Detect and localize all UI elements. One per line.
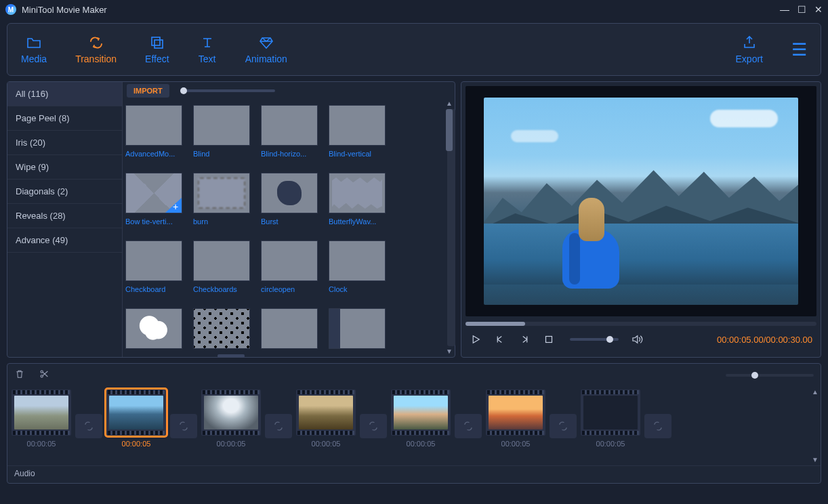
preview-viewer[interactable] xyxy=(465,86,816,316)
clip[interactable]: 00:00:05 xyxy=(106,390,166,448)
transition-item[interactable]: circleopen xyxy=(261,240,320,300)
transition-item[interactable] xyxy=(193,308,253,357)
minimize-button[interactable]: — xyxy=(780,4,789,15)
transition-label: circleopen xyxy=(261,285,318,293)
export-icon xyxy=(740,35,759,51)
close-button[interactable]: ✕ xyxy=(814,4,823,15)
timecode: 00:00:05.00/00:00:30.00 xyxy=(717,335,812,345)
clip-empty[interactable]: 00:00:05 xyxy=(581,390,640,448)
category-page-peel[interactable]: Page Peel (8) xyxy=(7,106,122,131)
clip[interactable]: 00:00:05 xyxy=(296,390,356,448)
transition-item[interactable]: AdvancedMo... xyxy=(125,105,185,165)
clip[interactable]: 00:00:05 xyxy=(201,390,261,448)
preview-image xyxy=(484,98,798,305)
transition-item[interactable] xyxy=(261,308,320,357)
import-button[interactable]: IMPORT xyxy=(127,84,169,98)
transition-label: ButterflyWav... xyxy=(329,217,386,226)
transition-item[interactable]: Blind-vertical xyxy=(329,105,388,165)
main-toolbar: Media Transition Effect Text Animation E… xyxy=(7,23,821,76)
delete-button[interactable] xyxy=(14,369,25,382)
transition-label: burn xyxy=(193,217,250,226)
transition-slot[interactable] xyxy=(644,414,671,438)
transition-item[interactable]: Checkboard xyxy=(125,240,185,300)
stop-button[interactable] xyxy=(543,333,555,345)
transition-label: Clock xyxy=(329,285,386,293)
timeline-zoom-slider[interactable] xyxy=(726,374,814,377)
svg-rect-0 xyxy=(152,37,160,45)
library-content: IMPORT AdvancedMo... Blind Blind-horizo.… xyxy=(123,82,455,357)
transition-label: Checkboard xyxy=(125,285,182,293)
play-button[interactable] xyxy=(470,333,482,345)
clip[interactable]: 00:00:05 xyxy=(391,390,451,448)
split-button[interactable] xyxy=(39,369,49,382)
timeline-scrollbar[interactable]: ▲ ▼ xyxy=(811,388,819,464)
svg-rect-2 xyxy=(546,337,552,343)
tab-transition-label: Transition xyxy=(75,54,117,64)
clip-time: 00:00:05 xyxy=(596,440,625,448)
prev-frame-button[interactable] xyxy=(494,333,506,345)
volume-button[interactable] xyxy=(631,333,643,345)
tab-effect[interactable]: Effect xyxy=(145,35,169,64)
tab-media[interactable]: Media xyxy=(21,35,47,64)
clip-time: 00:00:05 xyxy=(122,440,151,448)
transition-icon xyxy=(87,35,106,51)
transition-item[interactable]: burn xyxy=(193,173,253,232)
transition-item[interactable]: Clock xyxy=(329,240,388,300)
transition-slot[interactable] xyxy=(360,414,387,438)
preview-panel: 00:00:05.00/00:00:30.00 xyxy=(461,81,821,358)
transition-item[interactable] xyxy=(329,308,388,357)
clip-time: 00:00:05 xyxy=(27,440,56,448)
transition-slot[interactable] xyxy=(265,414,292,438)
transition-label: AdvancedMo... xyxy=(125,150,182,158)
panel-resize-handle[interactable] xyxy=(218,354,245,358)
category-list: All (116) Page Peel (8) Iris (20) Wipe (… xyxy=(7,82,123,357)
thumbnail-size-slider[interactable] xyxy=(180,89,275,92)
transition-item[interactable]: Blind xyxy=(193,105,253,165)
volume-slider[interactable] xyxy=(570,338,619,341)
tab-text[interactable]: Text xyxy=(198,35,217,64)
scroll-up-icon[interactable]: ▲ xyxy=(811,388,819,396)
transition-slot[interactable] xyxy=(455,414,482,438)
export-button[interactable]: Export xyxy=(736,35,763,64)
scroll-down-icon[interactable]: ▼ xyxy=(811,456,819,464)
tab-transition[interactable]: Transition xyxy=(75,35,117,64)
transition-label: Bow tie-verti... xyxy=(125,217,182,226)
app-logo-icon: M xyxy=(5,4,16,15)
transition-slot[interactable] xyxy=(170,414,197,438)
folder-icon xyxy=(24,35,43,51)
transition-item[interactable]: Blind-horizo... xyxy=(261,105,320,165)
menu-button[interactable]: ☰ xyxy=(791,39,807,60)
maximize-button[interactable]: ☐ xyxy=(798,4,806,15)
category-reveals[interactable]: Reveals (28) xyxy=(7,204,122,228)
transition-slot[interactable] xyxy=(550,414,577,438)
app-title: MiniTool Movie Maker xyxy=(22,5,107,15)
transition-item[interactable]: Checkboards xyxy=(193,240,253,300)
audio-track-label[interactable]: Audio xyxy=(7,465,821,483)
transition-slot[interactable] xyxy=(75,414,102,438)
transition-item[interactable]: ButterflyWav... xyxy=(329,173,388,232)
preview-progress[interactable] xyxy=(465,322,816,326)
tab-text-label: Text xyxy=(199,54,216,64)
tab-animation-label: Animation xyxy=(245,54,287,64)
clip[interactable]: 00:00:05 xyxy=(12,390,71,448)
category-wipe[interactable]: Wipe (9) xyxy=(7,155,122,180)
category-all[interactable]: All (116) xyxy=(7,82,122,106)
scroll-up-icon[interactable]: ▲ xyxy=(445,100,453,108)
trash-icon xyxy=(14,369,25,379)
transition-grid: AdvancedMo... Blind Blind-horizo... Blin… xyxy=(123,101,455,357)
video-track[interactable]: 00:00:05 00:00:05 00:00:05 00:00:05 00:0… xyxy=(7,387,821,465)
category-iris[interactable]: Iris (20) xyxy=(7,131,122,155)
transition-label: Blind xyxy=(193,150,250,158)
transition-item[interactable] xyxy=(125,308,185,357)
tab-animation[interactable]: Animation xyxy=(245,35,287,64)
next-frame-button[interactable] xyxy=(518,333,531,345)
category-diagonals[interactable]: Diagonals (2) xyxy=(7,180,122,204)
transition-item[interactable]: Burst xyxy=(261,173,320,232)
time-total: 00:00:30.00 xyxy=(766,335,812,345)
transition-label: Checkboards xyxy=(193,285,250,293)
category-advance[interactable]: Advance (49) xyxy=(7,228,122,253)
scroll-down-icon[interactable]: ▼ xyxy=(445,348,453,356)
transition-item[interactable]: Bow tie-verti... xyxy=(125,173,185,232)
library-scrollbar[interactable]: ▲ ▼ xyxy=(445,100,453,356)
clip[interactable]: 00:00:05 xyxy=(486,390,545,448)
